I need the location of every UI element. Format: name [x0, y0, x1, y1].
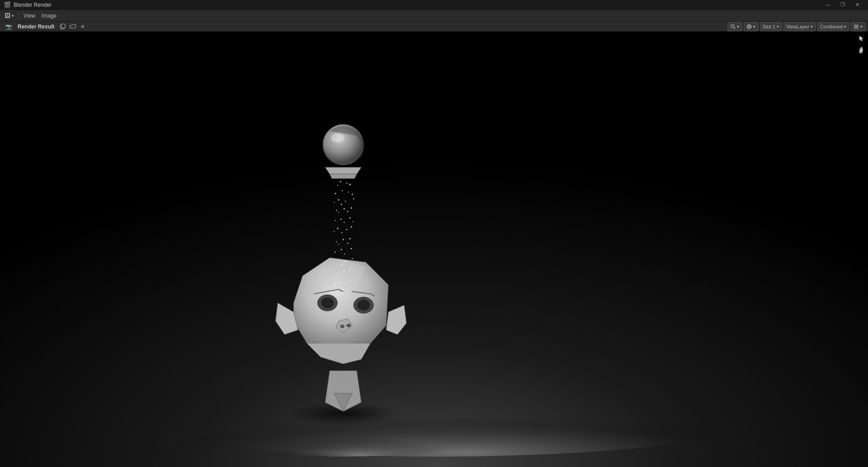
svg-point-54	[347, 243, 349, 244]
svg-point-30	[338, 199, 339, 200]
svg-point-57	[351, 248, 352, 250]
svg-point-2	[731, 25, 734, 28]
slot-select-button[interactable]: Slot 1 ▾	[760, 22, 782, 31]
editor-type-icon: 🖼	[5, 12, 10, 19]
cursor-tool-button[interactable]	[856, 33, 866, 43]
svg-point-35	[344, 208, 345, 210]
svg-point-24	[337, 185, 338, 186]
editor-type-dropdown: ▾	[12, 14, 14, 18]
svg-point-19	[346, 324, 351, 327]
svg-point-17	[357, 300, 370, 311]
viewlayer-label: ViewLayer	[786, 24, 809, 29]
right-toolbar-area: ▾ ▾ Slot 1 ▾ ViewLayer ▾ Combined ▾ ▾	[728, 22, 868, 32]
svg-point-56	[335, 252, 336, 253]
combined-label: Combined	[820, 24, 843, 29]
svg-point-66	[350, 270, 351, 271]
svg-point-59	[338, 259, 340, 261]
channel-dropdown: ▾	[860, 24, 863, 29]
svg-rect-9	[854, 28, 859, 29]
minimize-button[interactable]: ─	[821, 0, 835, 10]
combined-button[interactable]: Combined ▾	[817, 22, 849, 31]
slot-icon-button[interactable]: 📷	[3, 22, 15, 31]
svg-point-62	[352, 258, 353, 259]
svg-point-58	[344, 254, 345, 255]
close-render-button[interactable]: ✕	[79, 23, 87, 31]
svg-point-67	[338, 275, 339, 276]
svg-point-70	[334, 284, 336, 285]
hand-tool-button[interactable]	[856, 45, 866, 55]
render-label-icons: ✕	[59, 23, 87, 31]
channel-button[interactable]: ▾	[851, 22, 865, 31]
svg-point-63	[341, 264, 343, 265]
slot-icon: 📷	[5, 24, 12, 30]
svg-point-26	[342, 190, 343, 192]
svg-point-71	[351, 281, 352, 282]
svg-point-72	[343, 292, 344, 294]
slot-label: Slot 1	[763, 24, 775, 29]
hand-icon	[858, 47, 865, 54]
svg-point-55	[341, 249, 342, 250]
svg-point-36	[336, 210, 337, 211]
copy-icon	[60, 24, 66, 30]
svg-point-52	[349, 238, 350, 239]
svg-point-43	[344, 222, 345, 223]
close-button[interactable]: ✕	[850, 0, 864, 10]
svg-point-50	[343, 239, 344, 241]
svg-point-41	[335, 220, 336, 221]
svg-line-3	[733, 28, 735, 29]
svg-point-48	[351, 226, 352, 228]
render-result-title: Render Result	[18, 24, 54, 30]
slot-dropdown: ▾	[777, 24, 779, 29]
svg-rect-1	[61, 24, 65, 28]
color-management-button[interactable]: ▾	[744, 22, 758, 31]
main-toolbar: 🖼 ▾ View Image	[0, 10, 868, 22]
side-icons	[856, 32, 866, 55]
zoom-button[interactable]: ▾	[728, 22, 742, 31]
svg-point-33	[353, 198, 355, 200]
scene-viewport	[0, 32, 868, 467]
image-menu[interactable]: Image	[39, 11, 59, 21]
view-menu[interactable]: View	[21, 11, 38, 21]
svg-rect-7	[854, 25, 859, 26]
combined-dropdown: ▾	[844, 24, 846, 29]
svg-point-61	[334, 263, 335, 264]
viewlayer-button[interactable]: ViewLayer ▾	[784, 22, 816, 31]
svg-point-31	[345, 201, 346, 202]
svg-point-69	[346, 283, 347, 284]
svg-point-18	[340, 325, 345, 328]
svg-point-60	[345, 261, 346, 262]
svg-point-46	[346, 229, 348, 231]
svg-point-44	[353, 221, 354, 222]
svg-point-73	[337, 294, 339, 296]
render-canvas[interactable]	[0, 32, 868, 467]
view-label: View	[23, 13, 35, 19]
svg-point-38	[338, 212, 339, 213]
app-icon: 🎬	[4, 1, 11, 8]
toolbar-separator-1	[19, 12, 19, 19]
svg-point-51	[336, 241, 337, 242]
svg-point-25	[349, 184, 351, 185]
svg-point-68	[341, 282, 342, 283]
svg-point-42	[350, 217, 351, 219]
svg-point-32	[334, 202, 335, 203]
copy-buffer-button[interactable]	[59, 23, 67, 31]
titlebar: 🎬 Blender Render ─ ❐ ✕	[0, 0, 868, 10]
restore-button[interactable]: ❐	[835, 0, 850, 10]
editor-type-button[interactable]: 🖼 ▾	[2, 11, 17, 21]
svg-point-65	[336, 273, 337, 274]
titlebar-left: 🎬 Blender Render	[4, 1, 51, 8]
svg-point-45	[337, 227, 338, 229]
svg-point-40	[341, 219, 342, 220]
svg-point-21	[331, 133, 345, 142]
svg-point-53	[338, 244, 339, 245]
titlebar-title: Blender Render	[14, 2, 51, 8]
save-folder-button[interactable]	[69, 23, 77, 31]
titlebar-controls: ─ ❐ ✕	[821, 0, 864, 10]
zoom-icon	[730, 24, 736, 29]
globe-dropdown: ▾	[753, 24, 756, 29]
channel-icon	[854, 24, 859, 29]
svg-point-64	[344, 271, 345, 272]
globe-icon	[747, 24, 752, 29]
image-label: Image	[42, 13, 56, 19]
svg-point-34	[341, 204, 342, 205]
